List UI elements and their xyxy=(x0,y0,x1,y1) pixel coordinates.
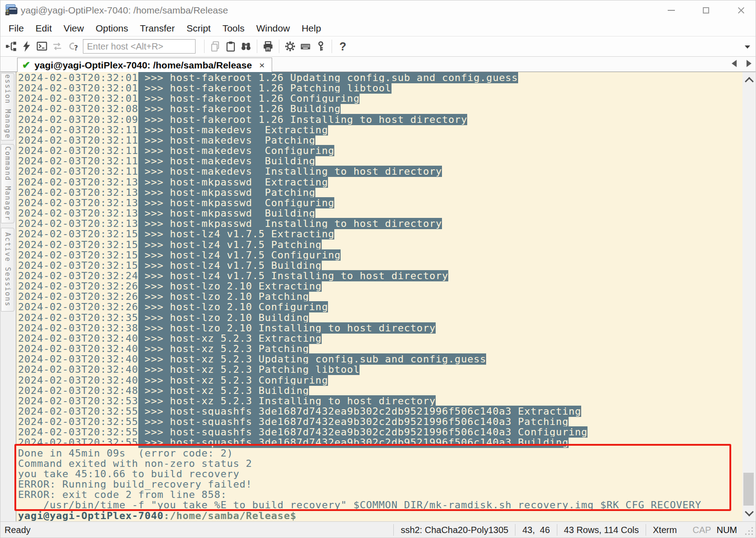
log-message-selected: >>> host-makedevs Building xyxy=(138,155,315,167)
toolbar-separator xyxy=(257,40,257,53)
terminal-log-row: 2024-02-03T20:32:40 >>> host-xz 5.2.3 Ex… xyxy=(18,333,742,344)
terminal-log-row: 2024-02-03T20:32:11 >>> host-makedevs Bu… xyxy=(18,156,742,166)
terminal-log-row: 2024-02-03T20:32:01 >>> host-fakeroot 1.… xyxy=(18,72,742,83)
log-timestamp: 2024-02-03T20:32:09 xyxy=(18,114,138,125)
terminal-log-row: 2024-02-03T20:32:24 >>> host-lz4 v1.7.5 … xyxy=(18,271,742,281)
tab-close-icon[interactable]: × xyxy=(259,60,264,71)
log-message-selected: >>> host-lz4 v1.7.5 Installing to host d… xyxy=(138,270,448,281)
scroll-up-icon[interactable] xyxy=(745,77,754,86)
terminal-log-row: 2024-02-03T20:32:55 >>> host-squashfs 3d… xyxy=(18,416,742,427)
menu-item[interactable]: Tools xyxy=(223,23,245,34)
log-timestamp: 2024-02-03T20:32:13 xyxy=(18,187,138,198)
menu-item[interactable]: Help xyxy=(301,23,321,34)
tab-scroll-right-icon[interactable] xyxy=(747,60,751,67)
session-tab-label: yagi@yagi-OptiPlex-7040: /home/samba/Rel… xyxy=(34,60,252,71)
log-timestamp: 2024-02-03T20:32:24 xyxy=(18,270,138,281)
log-timestamp: 2024-02-03T20:32:55 xyxy=(18,437,138,448)
log-message-selected: >>> host-lz4 v1.7.5 Building xyxy=(138,260,322,271)
terminal-output[interactable]: 2024-02-03T20:32:01 >>> host-fakeroot 1.… xyxy=(16,72,742,521)
menu-item[interactable]: Window xyxy=(256,23,290,34)
disconnect-icon[interactable]: ? xyxy=(65,38,80,54)
terminal-log-row: 2024-02-03T20:32:53 >>> host-xz 5.2.3 In… xyxy=(18,396,742,406)
menu-item[interactable]: Options xyxy=(96,23,128,34)
menu-item[interactable]: Transfer xyxy=(140,23,175,34)
print-icon[interactable] xyxy=(260,38,276,54)
log-timestamp: 2024-02-03T20:32:13 xyxy=(18,176,138,188)
log-timestamp: 2024-02-03T20:32:11 xyxy=(18,166,138,177)
log-timestamp: 2024-02-03T20:32:01 xyxy=(18,72,138,83)
key-icon[interactable] xyxy=(313,38,328,54)
terminal-log-row: 2024-02-03T20:32:15 >>> host-lz4 v1.7.5 … xyxy=(18,240,742,250)
log-message-selected: >>> host-fakeroot 1.26 Installing to hos… xyxy=(138,114,467,125)
sidebar-item-label: Active Sessions xyxy=(4,232,12,307)
sidebar-item-label: Command Manager xyxy=(4,146,12,221)
log-timestamp: 2024-02-03T20:32:11 xyxy=(18,145,138,156)
log-timestamp: 2024-02-03T20:32:15 xyxy=(18,239,138,250)
terminal-error-line: ERROR: exit code 2 from line 858: xyxy=(18,489,742,500)
log-message-selected: >>> host-mkpasswd Building xyxy=(138,208,315,219)
session-tab[interactable]: ✔ yagi@yagi-OptiPlex-7040: /home/samba/R… xyxy=(17,58,272,72)
shell-prompt: yagi@yagi-OptiPlex-7040:/home/samba/Rele… xyxy=(18,511,742,521)
terminal-error-line: you take 45:10.66 to build recovery xyxy=(18,469,742,479)
log-timestamp: 2024-02-03T20:32:35 xyxy=(18,312,138,323)
log-timestamp: 2024-02-03T20:32:13 xyxy=(18,208,138,219)
log-timestamp: 2024-02-03T20:32:11 xyxy=(18,135,138,146)
window-title: yagi@yagi-OptiPlex-7040: /home/samba/Rel… xyxy=(21,0,228,21)
log-timestamp: 2024-02-03T20:32:08 xyxy=(18,103,138,114)
log-timestamp: 2024-02-03T20:32:40 xyxy=(18,364,138,375)
terminal-log-row: 2024-02-03T20:32:13 >>> host-mkpasswd Bu… xyxy=(18,208,742,218)
find-binoculars-icon[interactable] xyxy=(238,38,254,54)
log-message-selected: >>> host-lz4 v1.7.5 Configuring xyxy=(138,249,341,261)
status-terminal-size: 43 Rows, 114 Cols xyxy=(557,524,646,536)
log-timestamp: 2024-02-03T20:32:53 xyxy=(18,395,138,407)
quick-connect-bolt-icon[interactable] xyxy=(19,38,34,54)
log-timestamp: 2024-02-03T20:32:48 xyxy=(18,385,138,396)
log-message-selected: >>> host-xz 5.2.3 Extracting xyxy=(138,333,322,344)
session-manager-icon[interactable] xyxy=(4,38,19,54)
copy-icon[interactable] xyxy=(208,38,223,54)
reconnect-icon[interactable] xyxy=(50,38,65,54)
log-message-selected: >>> host-fakeroot 1.26 Patching libtool xyxy=(138,82,392,94)
terminal-log-row: 2024-02-03T20:32:40 >>> host-xz 5.2.3 Co… xyxy=(18,375,742,385)
menu-item[interactable]: Edit xyxy=(36,23,52,34)
status-caps-lock: CAP xyxy=(683,524,714,536)
log-message-selected: >>> host-makedevs Installing to host dir… xyxy=(138,166,442,177)
sidebar-item-active-sessions[interactable]: Active Sessions xyxy=(1,228,14,312)
properties-gear-icon[interactable] xyxy=(282,38,298,54)
host-address-input[interactable] xyxy=(83,39,196,54)
new-terminal-icon[interactable] xyxy=(34,38,50,54)
menu-item[interactable]: View xyxy=(64,23,84,34)
toolbar-separator xyxy=(204,40,205,53)
terminal-log-row: 2024-02-03T20:32:15 >>> host-lz4 v1.7.5 … xyxy=(18,250,742,260)
log-timestamp: 2024-02-03T20:32:11 xyxy=(18,155,138,167)
log-message-selected: >>> host-xz 5.2.3 Patching xyxy=(138,343,309,354)
sidebar-item-session-manager[interactable]: Session Manager xyxy=(1,73,14,140)
log-timestamp: 2024-02-03T20:32:01 xyxy=(18,93,138,104)
terminal-log-row: 2024-02-03T20:32:13 >>> host-mkpasswd In… xyxy=(18,218,742,229)
log-timestamp: 2024-02-03T20:32:40 xyxy=(18,333,138,344)
terminal-log-row: 2024-02-03T20:32:11 >>> host-makedevs Pa… xyxy=(18,135,742,145)
terminal-log-row: 2024-02-03T20:32:38 >>> host-lzo 2.10 In… xyxy=(18,323,742,333)
tab-scroll-left-icon[interactable] xyxy=(732,60,737,67)
sidebar-item-command-manager[interactable]: Command Manager xyxy=(1,144,14,223)
log-timestamp: 2024-02-03T20:32:11 xyxy=(18,124,138,136)
log-timestamp: 2024-02-03T20:32:26 xyxy=(18,280,138,292)
minimize-button[interactable] xyxy=(668,10,675,11)
keyboard-icon[interactable] xyxy=(298,38,313,54)
paste-icon[interactable] xyxy=(223,38,238,54)
terminal-log-row: 2024-02-03T20:32:13 >>> host-mkpasswd Ex… xyxy=(18,177,742,187)
resize-grip[interactable] xyxy=(742,522,756,538)
close-button[interactable] xyxy=(737,6,745,14)
log-message-selected: >>> host-lzo 2.10 Building xyxy=(138,312,309,323)
log-message-selected: >>> host-xz 5.2.3 Configuring xyxy=(138,375,328,386)
vertical-scrollbar[interactable] xyxy=(742,72,755,521)
menu-item[interactable]: File xyxy=(9,23,24,34)
scroll-down-icon[interactable] xyxy=(745,507,754,516)
dropdown-caret-icon[interactable] xyxy=(745,45,750,49)
help-icon[interactable]: ? xyxy=(335,38,351,54)
menu-item[interactable]: Script xyxy=(187,23,211,34)
maximize-button[interactable] xyxy=(703,7,709,14)
terminal-log-row: 2024-02-03T20:32:40 >>> host-xz 5.2.3 Up… xyxy=(18,354,742,364)
scrollbar-thumb[interactable] xyxy=(743,473,754,506)
terminal-log-row: 2024-02-03T20:32:11 >>> host-makedevs In… xyxy=(18,166,742,176)
